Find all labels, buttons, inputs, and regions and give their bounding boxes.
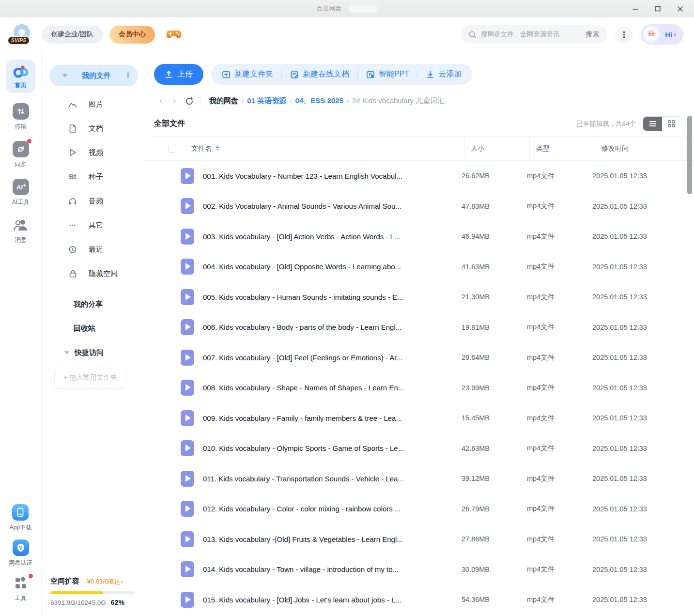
more-menu-icon[interactable]: ⋮ xyxy=(615,26,632,43)
my-files-menu-icon[interactable]: ⋮ xyxy=(125,74,131,77)
file-type: mp4文件 xyxy=(521,414,586,423)
rail-item-messages[interactable]: 消息 xyxy=(13,216,29,244)
member-center-button[interactable]: 会员中心 xyxy=(109,26,155,44)
file-row[interactable]: 004. Kids vocabulary - [Old] Opposite Wo… xyxy=(145,252,694,282)
sidebar-item-hidden-space[interactable]: 隐藏空间 xyxy=(49,262,138,286)
select-all-checkbox[interactable] xyxy=(169,145,176,153)
sidebar-item-videos[interactable]: 视频 xyxy=(49,140,138,165)
breadcrumb-bar: ‹ › 我的网盘 › 01 英语资源 › 04、ESS 2025 › 24 Ki… xyxy=(154,91,694,111)
breadcrumb-link[interactable]: 04、ESS 2025 xyxy=(295,96,343,106)
cloud-add-button[interactable]: 云添加 xyxy=(426,69,462,79)
storage-progress-track xyxy=(50,591,135,594)
file-row[interactable]: 009. Kids vocabulary - Family - family m… xyxy=(145,403,694,433)
sidebar-item-quick-access[interactable]: 快捷访问 xyxy=(49,340,138,365)
breadcrumb-link[interactable]: 01 英语资源 xyxy=(247,96,286,106)
file-row[interactable]: 012. Kids vocabulary - Color - color mix… xyxy=(145,494,694,524)
file-name[interactable]: 003. Kids vocabulary - [Old] Action Verb… xyxy=(203,232,400,241)
file-name[interactable]: 010. Kids vocabulary - Olympic Sports - … xyxy=(203,444,404,452)
list-view-button[interactable] xyxy=(643,117,662,131)
rail-item-app-download[interactable]: App下载 xyxy=(10,504,31,532)
search-input[interactable]: 搜网盘文件、全网资源资讯 搜索 xyxy=(461,25,607,44)
new-folder-button[interactable]: 新建文件夹 xyxy=(222,69,273,79)
storage-expand-label[interactable]: 空间扩容 xyxy=(50,577,79,586)
file-name[interactable]: 013. Kids vocabulary -[Old] Fruits & Veg… xyxy=(203,535,403,543)
rail-item-cert[interactable]: V 网盘认证 xyxy=(9,539,32,567)
account-button[interactable]: Hi › xyxy=(641,24,683,45)
app-header: SVIP5 创建企业/团队 会员中心 搜网盘文件、全网资源资讯 搜索 ⋮ xyxy=(0,17,694,51)
smart-ppt-icon: P xyxy=(366,70,375,79)
file-row[interactable]: 014. Kids vocabulary - Town - village - … xyxy=(145,554,694,585)
file-name[interactable]: 005. Kids vocabulary - Human Sounds - im… xyxy=(203,293,403,301)
rail-item-ai-tools[interactable]: AI AI工具 xyxy=(12,179,29,206)
file-modified: 2025.01.05 12:33 xyxy=(586,475,678,482)
file-name[interactable]: 015. Kids vocabulary - [Old] Jobs - Let'… xyxy=(203,596,401,604)
grid-view-button[interactable] xyxy=(662,117,681,131)
sidebar-item-recent[interactable]: 最近 xyxy=(49,237,138,262)
vertical-scrollbar[interactable] xyxy=(687,116,692,194)
file-name[interactable]: 008. Kids vocabulary - Shape - Names of … xyxy=(203,384,404,392)
rail-item-tools[interactable]: 工具 xyxy=(13,575,29,602)
file-row[interactable]: 001. Kids Vocabulary - Number 123 - Lear… xyxy=(145,161,694,191)
file-name[interactable]: 011. Kids vocabulary - Transportation So… xyxy=(203,475,404,483)
file-name[interactable]: 004. Kids vocabulary - [Old] Opposite Wo… xyxy=(203,262,401,271)
column-type[interactable]: 类型 xyxy=(529,137,595,160)
minimize-button[interactable] xyxy=(624,0,647,17)
nav-forward-button[interactable]: › xyxy=(168,96,181,106)
app-logo[interactable]: SVIP5 xyxy=(10,23,33,46)
create-team-button[interactable]: 创建企业/团队 xyxy=(42,26,103,44)
file-name[interactable]: 002. Kids Vocabulary - Animal Sounds - V… xyxy=(203,202,401,210)
smart-ppt-button[interactable]: P 智能PPT xyxy=(366,69,409,79)
file-row[interactable]: 003. Kids vocabulary - [Old] Action Verb… xyxy=(145,221,694,252)
file-name[interactable]: 001. Kids Vocabulary - Number 123 - Lear… xyxy=(203,172,402,180)
breadcrumb-root[interactable]: 我的网盘 xyxy=(209,96,238,106)
file-row[interactable]: 011. Kids vocabulary - Transportation So… xyxy=(145,463,694,494)
file-size: 41.63MB xyxy=(455,263,521,271)
storage-price-link[interactable]: ¥0.03/GB起 xyxy=(87,577,120,586)
sidebar-item-other[interactable]: ··· 其它 xyxy=(49,213,138,237)
sidebar-item-my-files[interactable]: 我的文件 ⋮ xyxy=(49,65,138,86)
file-row[interactable]: 002. Kids Vocabulary - Animal Sounds - V… xyxy=(145,191,694,222)
game-center-icon[interactable] xyxy=(167,29,181,40)
file-name[interactable]: 007. Kids vocabulary - [Old] Feel (Feeli… xyxy=(203,354,402,362)
rail-item-transfer[interactable]: 传输 xyxy=(13,103,29,131)
close-button[interactable] xyxy=(669,0,691,17)
file-name[interactable]: 012. Kids vocabulary - Color - color mix… xyxy=(203,505,401,513)
sort-icon[interactable] xyxy=(216,146,219,152)
file-name[interactable]: 006. Kids vocabulary - Body - parts of t… xyxy=(203,323,401,331)
svg-text:AI: AI xyxy=(16,184,23,191)
file-row[interactable]: 006. Kids vocabulary - Body - parts of t… xyxy=(145,312,694,343)
file-size: 46.94MB xyxy=(455,232,521,240)
rail-item-home[interactable]: 首页 xyxy=(6,60,35,93)
file-name[interactable]: 014. Kids vocabulary - Town - village - … xyxy=(203,565,399,573)
refresh-button[interactable] xyxy=(185,97,194,106)
file-row[interactable]: 015. Kids vocabulary - [Old] Jobs - Let'… xyxy=(145,585,694,615)
rail-item-sync[interactable]: 同步 xyxy=(13,141,29,169)
file-row[interactable]: 010. Kids vocabulary - Olympic Sports - … xyxy=(145,433,694,464)
upload-button[interactable]: 上传 xyxy=(154,64,203,85)
sidebar-item-recycle-bin[interactable]: 回收站 xyxy=(49,316,138,340)
sidebar-item-pictures[interactable]: 图片 xyxy=(49,92,138,116)
drop-folder-zone[interactable]: + 拖入常用文件夹 xyxy=(54,367,126,389)
column-size[interactable]: 大小 xyxy=(464,137,529,160)
new-online-doc-button[interactable]: 新建在线文档 xyxy=(290,69,349,79)
file-modified: 2025.01.05 12:33 xyxy=(586,505,678,513)
file-row[interactable]: 005. Kids vocabulary - Human Sounds - im… xyxy=(145,282,694,312)
nav-back-button[interactable]: ‹ xyxy=(154,96,168,106)
file-name[interactable]: 009. Kids vocabulary - Family - family m… xyxy=(203,414,402,422)
file-size: 15.45MB xyxy=(455,414,521,422)
new-folder-icon xyxy=(222,70,231,79)
file-row[interactable]: 007. Kids vocabulary - [Old] Feel (Feeli… xyxy=(145,342,694,373)
video-file-icon xyxy=(181,319,194,335)
sidebar-item-documents[interactable]: 文档 xyxy=(49,116,138,140)
column-modified[interactable]: 修改时间 xyxy=(595,137,687,160)
file-row[interactable]: 008. Kids vocabulary - Shape - Names of … xyxy=(145,373,694,403)
file-row[interactable]: 013. Kids vocabulary -[Old] Fruits & Veg… xyxy=(145,524,694,554)
column-name[interactable]: 文件名 xyxy=(191,144,212,153)
sidebar-item-audio[interactable]: 音频 xyxy=(49,189,138,213)
sidebar-item-torrents[interactable]: Bt 种子 xyxy=(49,165,138,189)
avatar xyxy=(642,25,661,44)
file-type: mp4文件 xyxy=(521,201,586,211)
sidebar-item-my-share[interactable]: 我的分享 xyxy=(49,292,138,316)
maximize-button[interactable] xyxy=(647,0,669,17)
search-button[interactable]: 搜索 xyxy=(586,30,599,39)
